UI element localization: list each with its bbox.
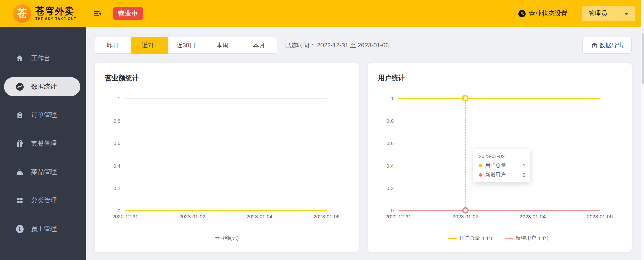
gridline <box>398 188 600 188</box>
sidebar-item-employees[interactable]: 员工管理 <box>0 219 86 239</box>
gridline <box>125 188 327 188</box>
app-header: 苍 苍穹外卖 THE SKY TAKE-OUT 营业中 营业状态设置 管理员 <box>0 0 644 27</box>
tooltip-series-value: 0 <box>523 172 525 178</box>
tooltip-row: 用户总量1 <box>479 162 525 169</box>
sidebar-item-setmeal[interactable]: 套餐管理 <box>0 134 86 153</box>
filter-bar: 昨日 近7日 近30日 本周 本月 已选时间： 2022-12-31 至 202… <box>95 37 632 54</box>
brand-logo-icon: 苍 <box>13 4 31 23</box>
series-line[interactable] <box>398 98 600 99</box>
sidebar-item-categories[interactable]: 分类管理 <box>0 191 86 210</box>
menu-collapse-icon[interactable] <box>92 8 103 19</box>
y-axis-label: 0.8 <box>386 118 394 124</box>
date-range-tabs: 昨日 近7日 近30日 本周 本月 <box>95 37 277 54</box>
gridline <box>125 121 327 121</box>
selected-time-value: 2022-12-31 至 2023-01-06 <box>317 42 389 49</box>
scrollbar-thumb[interactable] <box>642 33 644 84</box>
main-content: 昨日 近7日 近30日 本周 本月 已选时间： 2022-12-31 至 202… <box>86 27 641 260</box>
x-axis-label: 2022-12-31 <box>385 214 412 219</box>
series-line[interactable] <box>125 210 327 211</box>
export-label: 数据导出 <box>599 41 624 49</box>
y-axis-label: 0.2 <box>113 185 120 191</box>
tooltip-series-label: 用户总量 <box>485 162 506 169</box>
chevron-down-icon <box>625 13 629 15</box>
x-axis-label: 2023-01-06 <box>587 214 613 219</box>
tab-this-month[interactable]: 本月 <box>241 37 277 54</box>
export-button[interactable]: 数据导出 <box>582 37 632 54</box>
gift-icon <box>15 139 24 148</box>
clipboard-icon <box>15 111 24 120</box>
y-axis-label: 0.2 <box>386 185 394 191</box>
app-logo: 苍 苍穹外卖 THE SKY TAKE-OUT <box>0 4 86 23</box>
chart-title: 营业额统计 <box>95 63 359 83</box>
gridline <box>125 98 327 99</box>
grid-icon <box>15 196 24 205</box>
sidebar-item-label: 工作台 <box>31 54 50 63</box>
chart-tooltip: 2023-01-02用户总量1新增用户0 <box>473 149 530 182</box>
chart-title: 用户统计 <box>368 63 632 83</box>
tooltip-row: 新增用户0 <box>479 172 525 178</box>
tooltip-series-dot <box>479 164 482 167</box>
legend-label: 用户总量（个） <box>460 235 495 241</box>
gridline <box>398 121 600 121</box>
sidebar-item-label: 套餐管理 <box>31 139 57 148</box>
vertical-scrollbar[interactable]: ▲ <box>641 0 644 260</box>
x-axis-label: 2023-01-06 <box>314 214 340 219</box>
tab-yesterday[interactable]: 昨日 <box>95 37 131 54</box>
cloche-icon <box>15 168 24 176</box>
brand-subtitle: THE SKY TAKE-OUT <box>35 17 76 21</box>
revenue-chart-plot[interactable]: 00.20.40.60.812022-12-312023-01-022023-0… <box>125 98 327 210</box>
sidebar-item-label: 订单管理 <box>31 111 57 120</box>
sidebar-item-dishes[interactable]: 菜品管理 <box>0 162 86 182</box>
sidebar-item-statistics[interactable]: 数据统计 <box>4 77 80 96</box>
x-axis-label: 2023-01-02 <box>452 214 479 219</box>
legend-item[interactable]: 营业额(元) <box>215 235 239 241</box>
sidebar-item-orders[interactable]: 订单管理 <box>0 105 86 125</box>
business-status-setting[interactable]: 营业状态设置 <box>518 9 568 18</box>
gridline <box>125 166 327 166</box>
legend-item[interactable]: 新增用户（个） <box>505 235 551 241</box>
status-setting-label: 营业状态设置 <box>529 9 568 18</box>
legend-line-marker <box>448 238 457 239</box>
user-name: 管理员 <box>588 9 607 18</box>
tab-this-week[interactable]: 本周 <box>204 37 241 54</box>
gridline <box>125 143 327 143</box>
user-chart-card: 用户统计 00.20.40.60.812022-12-312023-01-022… <box>368 63 632 252</box>
export-icon <box>591 42 598 49</box>
tooltip-date: 2023-01-02 <box>479 153 525 159</box>
y-axis-label: 1 <box>118 95 120 101</box>
legend-label: 营业额(元) <box>215 235 239 241</box>
scrollbar-up-arrow[interactable]: ▲ <box>641 28 644 31</box>
x-axis-label: 2023-01-04 <box>246 214 272 219</box>
y-axis-label: 0 <box>118 208 120 213</box>
legend-line-marker <box>505 238 513 239</box>
legend-item[interactable]: 用户总量（个） <box>448 235 495 241</box>
y-axis-label: 0.6 <box>386 140 394 146</box>
sidebar-item-workbench[interactable]: 工作台 <box>0 48 86 68</box>
sidebar-item-label: 分类管理 <box>31 196 57 205</box>
data-point-marker[interactable] <box>462 95 469 102</box>
home-icon <box>15 54 24 63</box>
x-axis-label: 2022-12-31 <box>112 214 138 219</box>
gridline <box>398 143 600 143</box>
y-axis-label: 0.6 <box>113 140 120 146</box>
legend-label: 新增用户（个） <box>516 235 551 241</box>
sidebar-item-label: 数据统计 <box>31 82 57 91</box>
tooltip-series-value: 1 <box>523 162 525 168</box>
user-dropdown[interactable]: 管理员 <box>582 6 635 21</box>
selected-time-label: 已选时间： <box>285 42 315 49</box>
x-axis-label: 2023-01-02 <box>179 214 205 219</box>
revenue-chart-card: 营业额统计 00.20.40.60.812022-12-312023-01-02… <box>95 63 359 252</box>
chart-legend: 营业额(元) <box>95 235 359 241</box>
x-axis-label: 2023-01-04 <box>519 214 546 219</box>
series-line[interactable] <box>398 210 600 211</box>
tab-last-7-days[interactable]: 近7日 <box>131 37 168 54</box>
user-chart-plot[interactable]: 00.20.40.60.812022-12-312023-01-022023-0… <box>398 98 600 210</box>
sidebar-item-label: 员工管理 <box>31 224 57 233</box>
selected-time: 已选时间： 2022-12-31 至 2023-01-06 <box>285 41 389 49</box>
tab-last-30-days[interactable]: 近30日 <box>168 37 204 54</box>
data-point-marker[interactable] <box>462 207 469 214</box>
business-status-badge: 营业中 <box>113 7 143 20</box>
trend-icon <box>15 82 24 91</box>
sidebar: 工作台 数据统计 订单管理 <box>0 27 86 260</box>
y-axis-label: 1 <box>391 95 394 101</box>
